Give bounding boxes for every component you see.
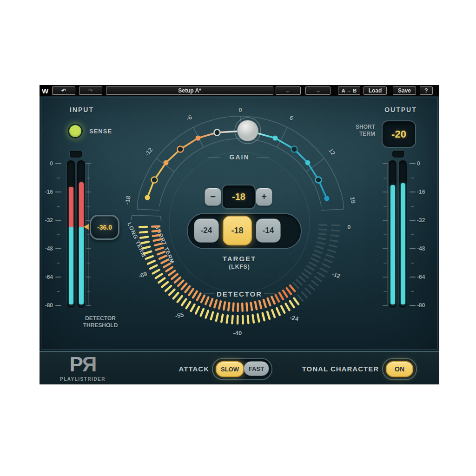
top-toolbar: W ↶ ↷ Setup A* ← → A → B Load Save ? [40, 85, 439, 96]
attack-label: ATTACK [163, 365, 209, 373]
tonal-on-button[interactable]: ON [386, 361, 413, 377]
gain-value-display: -18 [222, 185, 256, 209]
right-arrow-icon: → [315, 88, 321, 93]
gain-minus-button[interactable]: − [205, 188, 221, 206]
short-term-label: SHORTTERM [347, 124, 375, 138]
gain-label: GAIN [215, 153, 264, 161]
prev-preset-button[interactable]: ← [276, 86, 301, 95]
waves-logo-icon: W [40, 85, 51, 96]
setup-field[interactable]: Setup A* [106, 86, 273, 95]
ab-compare-button[interactable]: A → B [338, 86, 360, 95]
target-units-label: (LKFS) [212, 264, 267, 270]
left-arrow-icon: ← [285, 88, 291, 93]
sense-label: SENSE [89, 128, 112, 135]
help-button[interactable]: ? [420, 86, 433, 95]
gain-plus-button[interactable]: + [256, 188, 272, 206]
redo-icon: ↷ [88, 88, 93, 93]
playlist-rider-plugin-window: W ↶ ↷ Setup A* ← → A → B Load Save ? 0-1… [0, 0, 476, 476]
brand-name: PLAYLISTRIDER [53, 377, 113, 382]
short-term-display: -20 [382, 120, 416, 148]
undo-icon: ↶ [61, 88, 66, 93]
save-button[interactable]: Save [393, 86, 416, 95]
attack-fast-button[interactable]: FAST [244, 361, 269, 376]
tonal-character-label: TONAL CHARACTER [298, 365, 379, 373]
target-option--14[interactable]: -14 [256, 218, 281, 243]
redo-button[interactable]: ↷ [79, 86, 102, 95]
playlist-rider-logo: PЯ [62, 354, 104, 376]
load-button[interactable]: Load [364, 86, 387, 95]
input-clip-led [70, 151, 82, 158]
detector-threshold-knob[interactable]: -36.0 [90, 215, 119, 240]
input-title: INPUT [60, 106, 103, 113]
attack-slow-button[interactable]: SLOW [216, 361, 244, 377]
output-clip-led [392, 151, 404, 158]
detector-label: DETECTOR [212, 290, 267, 298]
target-option--24[interactable]: -24 [194, 218, 219, 243]
undo-button[interactable]: ↶ [52, 86, 75, 95]
threshold-pointer-icon [84, 224, 89, 230]
output-title: OUTPUT [377, 106, 424, 113]
target-option--18[interactable]: -18 [223, 216, 252, 245]
target-label: TARGET [212, 255, 267, 263]
minus-icon: − [210, 192, 216, 202]
plus-icon: + [261, 192, 267, 202]
detector-threshold-label: DETECTORTHRESHOLD [68, 315, 133, 329]
brand-p-glyph: P [70, 354, 82, 376]
sense-led[interactable] [68, 124, 83, 139]
brand-r-glyph: Я [82, 354, 96, 376]
next-preset-button[interactable]: → [305, 86, 331, 95]
